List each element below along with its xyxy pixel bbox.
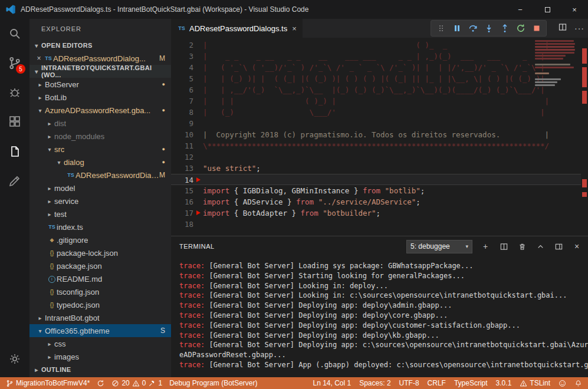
typescript-version-item[interactable]: 3.0.1 bbox=[496, 379, 512, 387]
edit-pencil-icon[interactable] bbox=[0, 166, 29, 196]
terminal-line: eADPasswordReset.gbapp... bbox=[179, 350, 588, 360]
tree-item-folder[interactable]: ▾ AzureADPasswordReset.gba... ● bbox=[29, 104, 171, 117]
more-actions-icon[interactable]: ··· bbox=[574, 24, 584, 33]
tslint-item[interactable]: TSLint bbox=[520, 379, 550, 387]
line-number[interactable]: 3 bbox=[171, 51, 193, 62]
close-tab-icon[interactable]: × bbox=[292, 24, 297, 33]
restart-button[interactable] bbox=[513, 21, 528, 36]
search-icon[interactable] bbox=[0, 19, 29, 48]
branch-icon bbox=[6, 380, 14, 387]
settings-gear-icon[interactable] bbox=[0, 344, 29, 374]
extensions-icon[interactable] bbox=[0, 107, 29, 137]
minimize-button[interactable]: − bbox=[507, 0, 534, 19]
tree-item-folder[interactable]: ▸ BotServer ● bbox=[29, 78, 171, 91]
outline-header[interactable]: ▸ OUTLINE bbox=[29, 363, 171, 376]
gitignore-file-icon: ◆ bbox=[47, 237, 57, 243]
line-number[interactable]: 13 bbox=[171, 163, 193, 174]
terminal-selector[interactable]: 5: debuggee ▾ bbox=[406, 240, 472, 253]
tab-adresetpassworddialogs[interactable]: TS ADResetPasswordDialogs.ts × bbox=[171, 19, 303, 38]
chevron-down-icon: ▾ bbox=[35, 107, 45, 114]
drag-grip-icon[interactable] bbox=[433, 21, 449, 36]
tree-item-file[interactable]: {} typedoc.json bbox=[29, 298, 171, 311]
tree-item-folder[interactable]: ▸ test bbox=[29, 207, 171, 220]
feedback-smiley-item[interactable] bbox=[559, 380, 566, 387]
problems-item[interactable]: 20 0 1 bbox=[111, 379, 162, 387]
tree-item-label: BotLib bbox=[45, 93, 67, 102]
panel-layout-icon[interactable] bbox=[553, 241, 564, 252]
line-number[interactable]: 16 bbox=[171, 196, 193, 207]
sync-item[interactable] bbox=[97, 380, 104, 387]
line-number[interactable]: 18 bbox=[171, 219, 193, 230]
tab-terminal[interactable]: TERMINAL bbox=[179, 243, 215, 250]
line-number[interactable]: 5 bbox=[171, 73, 193, 84]
step-over-button[interactable] bbox=[465, 21, 481, 36]
split-terminal-icon[interactable] bbox=[498, 241, 509, 252]
tree-item-file[interactable]: {} package-lock.json bbox=[29, 246, 171, 259]
language-mode-item[interactable]: TypeScript bbox=[454, 379, 488, 387]
explorer-files-icon[interactable] bbox=[0, 137, 29, 166]
debug-icon[interactable] bbox=[0, 78, 29, 107]
step-into-button[interactable] bbox=[481, 21, 497, 36]
line-number[interactable]: 12 bbox=[171, 151, 193, 163]
close-editor-icon[interactable]: × bbox=[34, 54, 44, 62]
tree-item-folder[interactable]: ▸ css bbox=[29, 337, 171, 350]
maximize-panel-chevron-icon[interactable] bbox=[535, 241, 546, 252]
encoding-item[interactable]: UTF-8 bbox=[399, 379, 419, 387]
terminal-line: trace: [General Bot Server] Deploying ap… bbox=[179, 301, 588, 311]
tree-item-folder-selected[interactable]: ▾ Office365.gbtheme S bbox=[29, 324, 171, 337]
pause-button[interactable] bbox=[449, 21, 465, 36]
new-terminal-icon[interactable]: + bbox=[480, 241, 491, 252]
terminal-line: trace: [General Bot Server] Deploying ap… bbox=[179, 331, 588, 341]
chevron-right-icon: ▸ bbox=[35, 94, 45, 101]
source-control-icon[interactable]: 5 bbox=[0, 48, 29, 78]
close-panel-icon[interactable]: × bbox=[571, 241, 582, 252]
split-editor-icon[interactable] bbox=[558, 22, 567, 34]
tree-item-folder[interactable]: ▸ dist bbox=[29, 117, 171, 130]
line-number[interactable]: 11 bbox=[171, 140, 193, 151]
stop-button[interactable] bbox=[528, 21, 544, 36]
tree-item-folder[interactable]: ▸ service bbox=[29, 194, 171, 207]
line-number[interactable]: 8 bbox=[171, 107, 193, 118]
tree-item-file[interactable]: TS ADResetPasswordDial... M bbox=[29, 169, 171, 182]
indentation-item[interactable]: Spaces: 2 bbox=[359, 379, 390, 387]
tree-item-folder[interactable]: ▸ node_modules bbox=[29, 130, 171, 143]
tree-item-folder[interactable]: ▸ model bbox=[29, 182, 171, 194]
line-number[interactable]: 4 bbox=[171, 62, 193, 73]
line-number[interactable]: 6 bbox=[171, 84, 193, 95]
line-number[interactable]: 15 bbox=[171, 185, 193, 196]
line-number[interactable]: 9 bbox=[171, 118, 193, 129]
line-number[interactable]: 17 bbox=[171, 207, 193, 219]
minimap[interactable] bbox=[535, 40, 579, 164]
line-number[interactable]: 10 bbox=[171, 129, 193, 140]
tree-item-folder[interactable]: ▾ src ● bbox=[29, 143, 171, 156]
tree-item-file[interactable]: {} tsconfig.json bbox=[29, 285, 171, 298]
workspace-folder-header[interactable]: ▾ INTRANETBOTQUICKSTART.GBAI (WO... bbox=[29, 65, 171, 78]
notifications-bell-item[interactable] bbox=[574, 380, 582, 387]
line-number[interactable]: 14 bbox=[171, 174, 193, 184]
tree-item-file[interactable]: ◆ .gitignore bbox=[29, 233, 171, 246]
open-editors-header[interactable]: ▾ OPEN EDITORS bbox=[29, 39, 171, 52]
close-button[interactable]: × bbox=[561, 0, 588, 19]
cursor-position-item[interactable]: Ln 14, Col 1 bbox=[313, 379, 351, 387]
tree-item-label: Office365.gbtheme bbox=[45, 327, 110, 335]
step-out-button[interactable] bbox=[497, 21, 513, 36]
kill-terminal-trash-icon[interactable] bbox=[517, 241, 527, 252]
line-number[interactable]: 2 bbox=[171, 39, 193, 51]
tree-item-file[interactable]: {} package.json bbox=[29, 259, 171, 272]
git-branch-item[interactable]: MigrationToBotFmwV4* bbox=[6, 379, 90, 387]
breakpoint-marker[interactable] bbox=[196, 177, 201, 182]
maximize-button[interactable] bbox=[534, 0, 561, 19]
tree-item-folder[interactable]: ▸ images bbox=[29, 350, 171, 363]
open-editor-item[interactable]: × TS ADResetPasswordDialog... M bbox=[29, 52, 171, 65]
code-editor[interactable]: 2| ( )_ _ | 3| _ _ _ __ _ _ __ ___ ___ _… bbox=[171, 38, 588, 236]
eol-item[interactable]: CRLF bbox=[428, 379, 446, 387]
debug-target-item[interactable]: Debug Program (BotServer) bbox=[169, 379, 257, 387]
tree-item-file[interactable]: TS index.ts bbox=[29, 220, 171, 233]
breakpoint-marker[interactable] bbox=[196, 210, 201, 215]
tree-item-folder[interactable]: ▸ BotLib bbox=[29, 91, 171, 104]
terminal-output[interactable]: trace: [General Bot Server] Loading sys … bbox=[171, 256, 588, 370]
line-number[interactable]: 7 bbox=[171, 95, 193, 107]
tree-item-folder[interactable]: ▾ dialog ● bbox=[29, 156, 171, 169]
tree-item-folder[interactable]: ▸ IntranetBot.gbot bbox=[29, 311, 171, 324]
tree-item-file[interactable]: i README.md bbox=[29, 272, 171, 285]
